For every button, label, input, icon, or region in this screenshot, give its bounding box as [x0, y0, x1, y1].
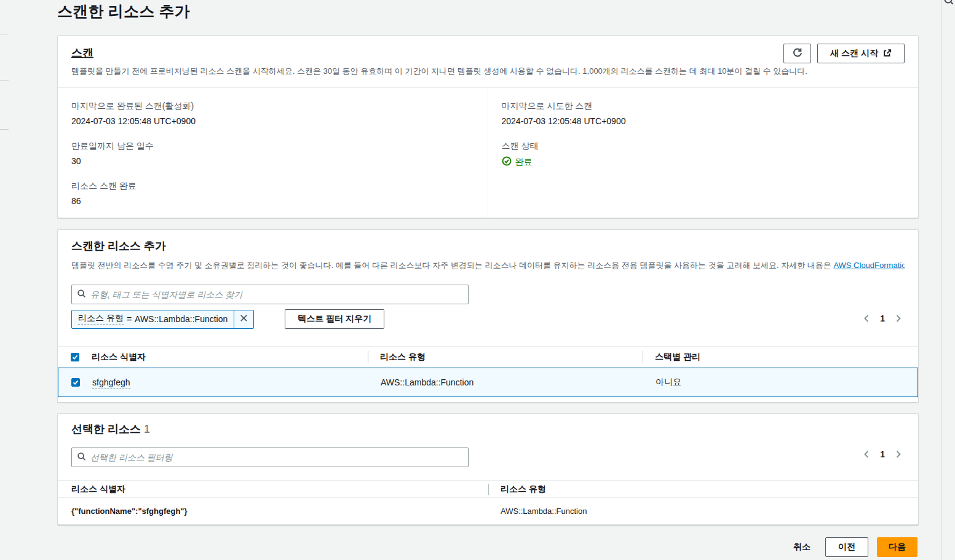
- column-header-identifier[interactable]: 리소스 식별자: [92, 352, 368, 363]
- row-checkbox[interactable]: [71, 378, 80, 387]
- close-icon: [240, 314, 248, 324]
- page-title: 스캔한 리소스 추가: [57, 0, 919, 22]
- field-last-attempted-scan: 마지막으로 시도한 스캔 2024-07-03 12:05:48 UTC+090…: [502, 101, 905, 126]
- divider: [0, 80, 9, 81]
- field-days-until-expiry: 만료일까지 남은 일수 30: [71, 141, 474, 166]
- clear-filter-label: 텍스트 필터 지우기: [298, 314, 371, 325]
- select-all-checkbox[interactable]: [71, 353, 79, 361]
- current-page-number[interactable]: 1: [880, 314, 885, 323]
- filter-token-value: AWS::Lambda::Function: [135, 314, 228, 324]
- cell-resource-identifier: {"functionName":"sfghgfegh"}: [58, 507, 488, 516]
- selected-filter-box: [71, 448, 469, 467]
- refresh-icon: [793, 48, 802, 60]
- column-header-type[interactable]: 리소스 유형: [368, 352, 643, 363]
- scan-panel-title: 스캔: [71, 45, 93, 60]
- column-header-managed[interactable]: 스택별 관리: [643, 352, 918, 363]
- table-row[interactable]: sfghgfegh AWS::Lambda::Function 아니요: [58, 368, 918, 397]
- field-label: 마지막으로 완료된 스캔(활성화): [71, 101, 474, 112]
- resources-pagination: 1: [862, 313, 903, 324]
- scan-panel-description: 템플릿을 만들기 전에 프로비저닝된 리소스 스캔을 시작하세요. 스캔은 30…: [71, 66, 905, 77]
- field-label: 마지막으로 시도한 스캔: [502, 101, 905, 112]
- field-label: 스캔 상태: [502, 141, 905, 152]
- scan-panel-actions: 새 스캔 시작: [783, 44, 905, 63]
- selected-resources-title-text: 선택한 리소스: [71, 423, 141, 435]
- success-check-icon: [502, 156, 512, 168]
- table-row: {"functionName":"sfghgfegh"} AWS::Lambda…: [58, 498, 918, 525]
- divider: [0, 34, 9, 34]
- filter-token-label: 리소스 유형: [78, 313, 124, 325]
- row-select-cell: [58, 378, 92, 387]
- selected-resources-panel: 선택한 리소스 1 1 리소스 식별자 리소스 유형 {"functionNam…: [57, 413, 919, 526]
- field-resources-scanned: 리소스 스캔 완료 86: [71, 181, 474, 206]
- filter-token: 리소스 유형 = AWS::Lambda::Function: [71, 310, 254, 329]
- description-text: 템플릿 전반의 리소스를 수명 주기 및 소유권별로 정리하는 것이 좋습니다.…: [71, 261, 831, 270]
- search-icon: [77, 289, 90, 300]
- field-value: 2024-07-03 12:05:48 UTC+0900: [71, 116, 474, 126]
- select-all-cell: [58, 353, 92, 361]
- add-resources-title: 스캔한 리소스 추가: [71, 239, 166, 253]
- field-label: 만료일까지 남은 일수: [71, 141, 474, 152]
- scan-panel-header: 스캔 템플릿을 만들기 전에 프로비저닝된 리소스 스캔을 시작하세요. 스캔은…: [58, 36, 918, 88]
- remove-filter-button[interactable]: [234, 310, 253, 329]
- divider: [0, 129, 9, 130]
- field-value: 2024-07-03 12:05:48 UTC+0900: [502, 116, 905, 126]
- main-content: 스캔한 리소스 추가 스캔 템플릿을 만들기 전에 프로비저닝된 리소스 스캔을…: [57, 0, 919, 22]
- column-header-identifier[interactable]: 리소스 식별자: [58, 484, 488, 495]
- collapsed-side-panel-edge: [0, 0, 9, 560]
- info-search-icon[interactable]: [943, 0, 954, 6]
- best-practices-link[interactable]: AWS CloudFormation 모범 사례: [833, 261, 905, 270]
- selected-table-header: 리소스 식별자 리소스 유형: [58, 480, 918, 498]
- cell-resource-type: AWS::Lambda::Function: [368, 377, 643, 387]
- filter-token-row: 리소스 유형 = AWS::Lambda::Function 텍스트 필터 지우…: [71, 309, 384, 329]
- selected-count: 1: [144, 423, 150, 435]
- column-header-type[interactable]: 리소스 유형: [488, 484, 918, 495]
- selected-resources-title: 선택한 리소스 1: [71, 422, 150, 436]
- scan-fields-column-1: 마지막으로 완료된 스캔(활성화) 2024-07-03 12:05:48 UT…: [58, 89, 488, 218]
- next-button[interactable]: 다음: [877, 537, 917, 557]
- scan-panel: 스캔 템플릿을 만들기 전에 프로비저닝된 리소스 스캔을 시작하세요. 스캔은…: [57, 35, 919, 218]
- resources-table-header: 리소스 식별자 리소스 유형 스택별 관리: [58, 346, 918, 368]
- current-page-number[interactable]: 1: [880, 449, 885, 459]
- status-text: 완료: [515, 157, 533, 168]
- link-text: AWS CloudFormation 모범 사례: [833, 261, 905, 270]
- right-panel-divider: [941, 0, 942, 560]
- previous-page-button[interactable]: [862, 313, 871, 324]
- refresh-button[interactable]: [783, 44, 811, 63]
- previous-page-button[interactable]: [862, 449, 871, 460]
- field-value: 86: [71, 196, 474, 206]
- resource-search-input[interactable]: [90, 290, 463, 299]
- external-link-icon: [883, 49, 892, 59]
- filter-token-operator: =: [127, 314, 132, 324]
- field-label: 리소스 스캔 완료: [71, 181, 474, 192]
- cell-managed-by-stack: 아니요: [643, 377, 917, 388]
- status-badge: 완료: [502, 156, 905, 168]
- resource-search-box: [71, 285, 469, 304]
- next-page-button[interactable]: [894, 449, 903, 460]
- previous-button[interactable]: 이전: [825, 537, 868, 557]
- field-value: 30: [71, 156, 474, 166]
- new-scan-button-label: 새 스캔 시작: [830, 48, 878, 59]
- resource-identifier-link[interactable]: sfghgfegh: [92, 377, 130, 389]
- field-last-completed-scan: 마지막으로 완료된 스캔(활성화) 2024-07-03 12:05:48 UT…: [71, 101, 474, 126]
- cell-resource-identifier: sfghgfegh: [92, 377, 368, 387]
- field-scan-status: 스캔 상태 완료: [502, 141, 905, 168]
- new-scan-button[interactable]: 새 스캔 시작: [817, 44, 905, 63]
- wizard-footer: 취소 이전 다음: [787, 537, 917, 557]
- scan-detail-fields: 마지막으로 완료된 스캔(활성화) 2024-07-03 12:05:48 UT…: [58, 89, 918, 218]
- selected-filter-input[interactable]: [90, 452, 463, 462]
- search-icon: [77, 452, 90, 463]
- add-resources-panel: 스캔한 리소스 추가 템플릿 전반의 리소스를 수명 주기 및 소유권별로 정리…: [57, 229, 919, 403]
- clear-text-filter-button[interactable]: 텍스트 필터 지우기: [285, 309, 384, 329]
- cell-resource-type: AWS::Lambda::Function: [488, 507, 918, 516]
- next-page-button[interactable]: [894, 313, 903, 324]
- scan-fields-column-2: 마지막으로 시도한 스캔 2024-07-03 12:05:48 UTC+090…: [488, 89, 919, 218]
- add-resources-description: 템플릿 전반의 리소스를 수명 주기 및 소유권별로 정리하는 것이 좋습니다.…: [71, 260, 905, 272]
- cancel-button[interactable]: 취소: [787, 542, 817, 553]
- selected-pagination: 1: [862, 449, 903, 460]
